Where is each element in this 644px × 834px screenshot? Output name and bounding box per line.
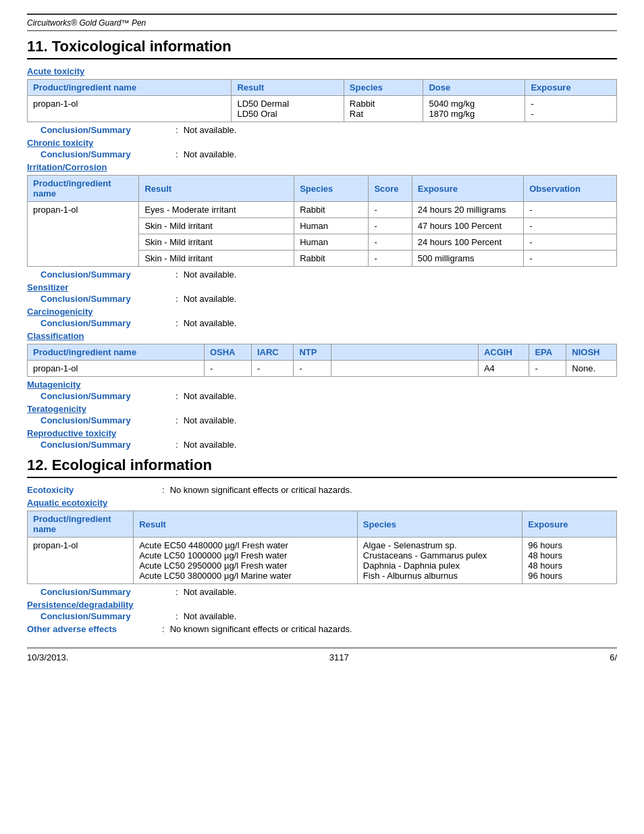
conclusion-label: Conclusion/Summary xyxy=(41,391,176,401)
footer-doc-number: 3117 xyxy=(329,652,349,662)
col-result: Result xyxy=(232,80,344,96)
irritation-link[interactable]: Irritation/Corrosion xyxy=(27,162,107,172)
species-value: Algae - Selenastrum sp. Crustaceans - Ga… xyxy=(357,538,522,584)
other-adverse-label: Other adverse effects xyxy=(27,624,162,634)
result-3: Skin - Mild irritant xyxy=(139,234,294,251)
col-product-name: Product/ingredient name xyxy=(28,176,139,202)
aquatic-ecotoxicity-link[interactable]: Aquatic ecotoxicity xyxy=(27,498,107,508)
col-osha: OSHA xyxy=(204,344,251,361)
exposure-value: -- xyxy=(525,96,617,122)
reproductive-conclusion-row: Conclusion/Summary : Not available. xyxy=(41,440,617,450)
conclusion-value: Not available. xyxy=(184,294,237,304)
mutagenicity-conclusion-row: Conclusion/Summary : Not available. xyxy=(41,391,617,401)
col-acgih-label: ACGIH xyxy=(478,344,529,361)
col-product-name: Product/ingredient name xyxy=(28,511,134,538)
col-species: Species xyxy=(294,176,369,202)
acute-toxicity-link[interactable]: Acute toxicity xyxy=(27,66,84,76)
persistence-link[interactable]: Persistence/degradability xyxy=(27,600,134,610)
iarc-value: - xyxy=(251,361,294,377)
result-1: Eyes - Moderate irritant xyxy=(139,202,294,218)
reproductive-toxicity-link[interactable]: Reproductive toxicity xyxy=(27,428,116,438)
conclusion-label: Conclusion/Summary xyxy=(41,318,176,328)
species-1: Rabbit xyxy=(294,202,369,218)
conclusion-value: Not available. xyxy=(184,125,237,135)
col-niosh: NIOSH xyxy=(566,344,617,361)
conclusion-value: Not available. xyxy=(184,587,237,597)
exposure-4: 500 milligrams xyxy=(412,251,523,267)
chronic-toxicity-link[interactable]: Chronic toxicity xyxy=(27,138,93,148)
mutagenicity-link[interactable]: Mutagenicity xyxy=(27,380,80,390)
acute-conclusion-row: Conclusion/Summary : Not available. xyxy=(41,125,617,135)
col-product-name: Product/ingredient name xyxy=(28,80,232,96)
result-value: Acute EC50 4480000 µg/l Fresh water Acut… xyxy=(134,538,358,584)
conclusion-value: Not available. xyxy=(184,440,237,450)
ingredient-name: propan-1-ol xyxy=(28,361,205,377)
exposure-value: 96 hours 48 hours 48 hours 96 hours xyxy=(522,538,617,584)
observation-1: - xyxy=(524,202,617,218)
footer-page: 6/ xyxy=(610,652,617,662)
teratogenicity-link[interactable]: Teratogenicity xyxy=(27,404,86,414)
table-row: propan-1-ol LD50 DermalLD50 Oral RabbitR… xyxy=(28,96,617,122)
score-2: - xyxy=(369,218,412,234)
observation-3: - xyxy=(524,234,617,251)
conclusion-value: Not available. xyxy=(184,149,237,159)
footer: 10/3/2013. 3117 6/ xyxy=(27,648,617,662)
acgih-value: A4 xyxy=(478,361,529,377)
aquatic-conclusion-row: Conclusion/Summary : Not available. xyxy=(41,587,617,597)
observation-2: - xyxy=(524,218,617,234)
acute-toxicity-table: Product/ingredient name Result Species D… xyxy=(27,79,617,122)
carcinogenicity-conclusion-row: Conclusion/Summary : Not available. xyxy=(41,318,617,328)
teratogenicity-conclusion-row: Conclusion/Summary : Not available. xyxy=(41,415,617,425)
ntp-value: - xyxy=(294,361,331,377)
conclusion-value: Not available. xyxy=(184,415,237,425)
ecotoxicity-row: Ecotoxicity : No known significant effec… xyxy=(27,485,617,495)
osha-value: - xyxy=(204,361,251,377)
col-product-name: Product/ingredient name xyxy=(28,344,205,361)
chronic-conclusion-row: Conclusion/Summary : Not available. xyxy=(41,149,617,159)
spacer-cell xyxy=(331,361,478,377)
epa-value: - xyxy=(529,361,566,377)
col-species: Species xyxy=(344,80,423,96)
other-adverse-value: No known significant effects or critical… xyxy=(170,624,352,634)
species-3: Human xyxy=(294,234,369,251)
table-row: propan-1-ol - - - A4 - None. xyxy=(28,361,617,377)
exposure-2: 47 hours 100 Percent xyxy=(412,218,523,234)
score-3: - xyxy=(369,234,412,251)
col-observation: Observation xyxy=(524,176,617,202)
conclusion-value: Not available. xyxy=(184,611,237,621)
conclusion-label: Conclusion/Summary xyxy=(41,125,176,135)
col-epa: EPA xyxy=(529,344,566,361)
section11-title: 11. Toxicological information xyxy=(27,38,617,59)
conclusion-value: Not available. xyxy=(184,391,237,401)
aquatic-ecotoxicity-table: Product/ingredient name Result Species E… xyxy=(27,511,617,584)
species-4: Rabbit xyxy=(294,251,369,267)
ingredient-name: propan-1-ol xyxy=(28,96,232,122)
conclusion-value: Not available. xyxy=(184,269,237,280)
document-title: Circuitworks® Gold Guard™ Pen xyxy=(27,18,146,28)
col-result: Result xyxy=(139,176,294,202)
irritation-table: Product/ingredient name Result Species S… xyxy=(27,175,617,267)
persistence-conclusion-row: Conclusion/Summary : Not available. xyxy=(41,611,617,621)
sensitizer-link[interactable]: Sensitizer xyxy=(27,282,68,292)
conclusion-label: Conclusion/Summary xyxy=(41,269,176,280)
col-species: Species xyxy=(357,511,522,538)
ecotoxicity-label: Ecotoxicity xyxy=(27,485,162,495)
exposure-1: 24 hours 20 milligrams xyxy=(412,202,523,218)
conclusion-label: Conclusion/Summary xyxy=(41,611,176,621)
result-value: LD50 DermalLD50 Oral xyxy=(232,96,344,122)
col-acgih xyxy=(331,344,478,361)
header-bar: Circuitworks® Gold Guard™ Pen xyxy=(27,14,617,31)
conclusion-value: Not available. xyxy=(184,318,237,328)
score-1: - xyxy=(369,202,412,218)
conclusion-label: Conclusion/Summary xyxy=(41,440,176,450)
conclusion-label: Conclusion/Summary xyxy=(41,415,176,425)
col-dose: Dose xyxy=(423,80,525,96)
col-score: Score xyxy=(369,176,412,202)
carcinogenicity-link[interactable]: Carcinogenicity xyxy=(27,307,93,317)
ingredient-name: propan-1-ol xyxy=(28,538,134,584)
sensitizer-conclusion-row: Conclusion/Summary : Not available. xyxy=(41,294,617,304)
conclusion-label: Conclusion/Summary xyxy=(41,587,176,597)
irritation-conclusion-row: Conclusion/Summary : Not available. xyxy=(41,269,617,280)
col-exposure: Exposure xyxy=(525,80,617,96)
classification-link[interactable]: Classification xyxy=(27,331,84,341)
